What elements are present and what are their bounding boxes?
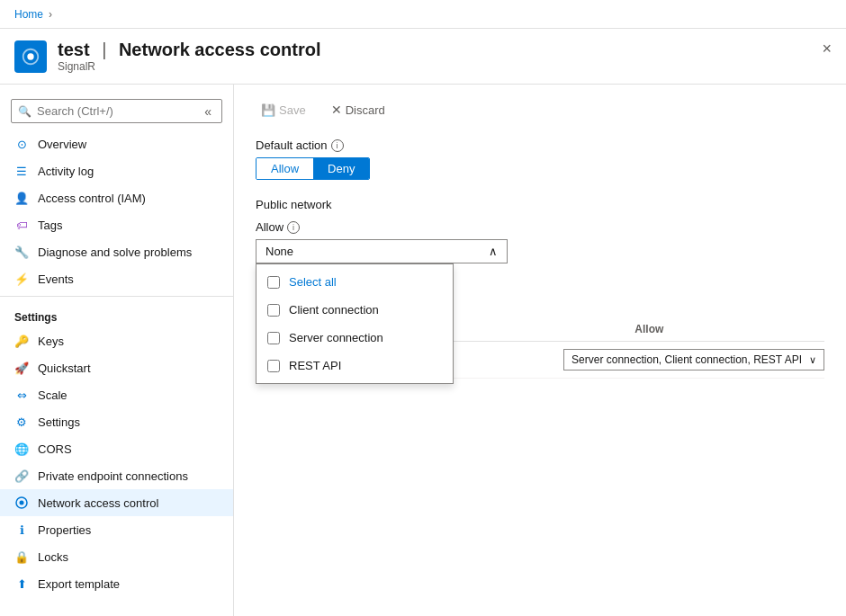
rest-api-checkbox[interactable] [267,360,280,372]
save-icon: 💾 [261,103,275,117]
header-text: test | Network access control SignalR [58,40,320,73]
allow-value: Server connection, Client connection, RE… [563,349,824,370]
nav-item-keys[interactable]: 🔑 Keys [0,327,233,354]
access-control-icon: 👤 [14,191,29,205]
nav-label-properties: Properties [38,523,91,537]
nav-label-diagnose: Diagnose and solve problems [38,246,192,259]
nav-label-overview: Overview [38,138,86,151]
keys-icon: 🔑 [14,334,29,348]
nav-label-access-control: Access control (IAM) [38,192,146,205]
collapse-button[interactable]: « [204,104,212,119]
dropdown-item-client-connection[interactable]: Client connection [256,296,453,324]
nav-label-activity-log: Activity log [38,165,94,178]
rest-api-label: REST API [289,359,341,372]
allow-dropdown-trigger[interactable]: None ∧ [256,239,508,263]
dropdown-item-rest-api[interactable]: REST API [256,352,453,379]
nav-item-activity-log[interactable]: ☰ Activity log [0,157,233,184]
properties-icon: ℹ [14,522,29,537]
network-access-icon [14,495,29,510]
nav-item-properties[interactable]: ℹ Properties [0,516,233,543]
nav-item-settings[interactable]: ⚙ Settings [0,408,233,435]
allow-deny-toggle: Allow Deny [256,157,370,180]
nav-label-cors: CORS [38,442,72,456]
allow-select-value: Server connection, Client connection, RE… [572,353,802,366]
nav-item-tags[interactable]: 🏷 Tags [0,211,233,238]
default-action-label: Default action i [256,138,824,152]
server-connection-label: Server connection [289,331,383,344]
tags-icon: 🏷 [14,218,29,232]
breadcrumb: Home › [14,8,52,21]
nav-label-export-template: Export template [38,577,120,591]
nav-item-scale[interactable]: ⇔ Scale [0,381,233,408]
select-all-checkbox[interactable] [267,276,280,289]
private-endpoints-icon: 🔗 [14,469,29,483]
col-allow-header: Allow [634,323,824,335]
activity-log-icon: ☰ [14,164,29,178]
nav-label-network-access: Network access control [38,496,158,510]
service-icon [14,40,47,73]
dropdown-chevron-icon: ∧ [489,245,498,258]
sidebar-search-container: 🔍 « [0,92,233,130]
nav-item-network-access[interactable]: Network access control [0,489,233,516]
nav-label-tags: Tags [38,219,62,232]
close-button[interactable]: × [822,40,832,58]
page-header: test | Network access control SignalR × [0,29,846,85]
public-network-group: Public network Allow i None ∧ Select all [256,198,824,263]
allow-info-icon[interactable]: i [287,221,300,234]
breadcrumb-home[interactable]: Home [14,8,43,21]
nav-label-scale: Scale [38,388,68,402]
nav-item-locks[interactable]: 🔒 Locks [0,543,233,570]
nav-item-export-template[interactable]: ⬆ Export template [0,570,233,597]
allow-dropdown-container: None ∧ Select all Client connection [256,239,508,263]
nav-item-private-endpoints[interactable]: 🔗 Private endpoint connections [0,462,233,489]
toolbar: 💾 Save ✕ Discard [256,99,824,121]
save-label: Save [279,103,306,117]
save-button[interactable]: 💾 Save [256,100,311,121]
allow-toggle-button[interactable]: Allow [256,158,313,179]
locks-icon: 🔒 [14,549,29,564]
default-action-group: Default action i Allow Deny [256,138,824,180]
settings-icon: ⚙ [14,415,29,429]
client-connection-checkbox[interactable] [267,304,280,317]
nav-label-settings: Settings [38,415,80,429]
allow-select-chevron-icon: ∨ [809,354,816,366]
nav-item-cors[interactable]: 🌐 CORS [0,435,233,462]
settings-section-label: Settings [0,300,233,327]
nav-item-overview[interactable]: ⊙ Overview [0,130,233,157]
breadcrumb-chevron: › [49,8,52,21]
search-input[interactable] [11,99,222,123]
server-connection-checkbox[interactable] [267,332,280,344]
scale-icon: ⇔ [14,388,29,402]
diagnose-icon: 🔧 [14,245,29,259]
nav-item-access-control[interactable]: 👤 Access control (IAM) [0,184,233,211]
default-action-info-icon[interactable]: i [331,139,344,152]
deny-toggle-button[interactable]: Deny [313,158,369,179]
page-title: test | Network access control [58,40,320,60]
signalr-icon [21,47,40,67]
search-icon: 🔍 [18,105,32,118]
nav-label-quickstart: Quickstart [38,362,91,375]
allow-dropdown-menu: Select all Client connection Server conn… [256,263,454,384]
title-separator: | [102,40,106,59]
cors-icon: 🌐 [14,442,29,456]
nav-item-diagnose[interactable]: 🔧 Diagnose and solve problems [0,238,233,265]
main-layout: 🔍 « ⊙ Overview ☰ Activity log 👤 Access c… [0,85,846,616]
nav-label-keys: Keys [38,335,64,348]
nav-label-locks: Locks [38,550,68,564]
svg-point-0 [27,53,33,59]
content-area: 💾 Save ✕ Discard Default action i Allow … [234,85,846,616]
dropdown-item-server-connection[interactable]: Server connection [256,324,453,352]
nav-item-quickstart[interactable]: 🚀 Quickstart [0,354,233,381]
discard-button[interactable]: ✕ Discard [326,99,391,121]
search-wrap: 🔍 « [11,99,222,123]
discard-label: Discard [346,103,385,117]
nav-item-events[interactable]: ⚡ Events [0,265,233,292]
allow-select-dropdown[interactable]: Server connection, Client connection, RE… [563,349,824,370]
dropdown-item-select-all[interactable]: Select all [256,268,453,296]
export-template-icon: ⬆ [14,576,29,591]
top-bar: Home › [0,0,846,29]
dropdown-value: None [266,245,293,258]
resource-type: SignalR [58,60,320,73]
allow-field-label: Allow i [256,220,824,234]
select-all-link[interactable]: Select all [289,275,337,289]
